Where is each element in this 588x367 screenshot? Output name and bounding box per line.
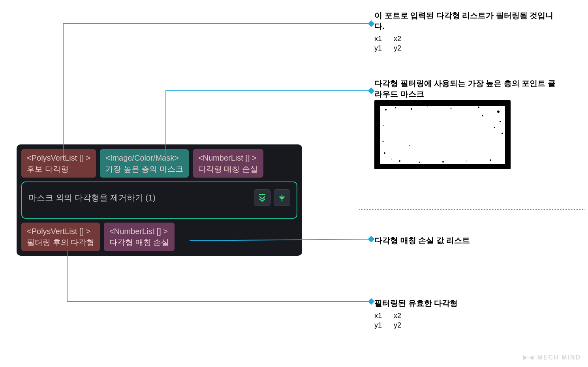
port-label: 다각형 매칭 손실 <box>198 163 258 174</box>
output-port-filtered[interactable]: <PolysVertList [] > 필터링 후의 다각형 <box>21 223 100 251</box>
chevron-down-double-icon <box>258 193 267 202</box>
watermark: MECH MIND <box>522 354 581 361</box>
sub-y1: y1 <box>374 320 382 330</box>
annotation-output-loss: 다각형 매칭 손실 값 리스트 <box>374 235 560 246</box>
svg-point-22 <box>494 127 495 128</box>
annotation-title: 다각형 필터링에 사용되는 가장 높은 층의 포인트 클라우드 마스크 <box>374 78 560 99</box>
svg-point-17 <box>466 161 467 161</box>
port-type-label: <PolysVertList [] > <box>27 152 90 163</box>
port-label: 가장 높은 층의 마스크 <box>105 163 183 174</box>
svg-point-9 <box>500 121 501 122</box>
svg-point-16 <box>442 161 444 163</box>
port-label: 후보 다각형 <box>27 163 90 174</box>
annotation-input-polys: 이 포트로 입력된 다각형 리스트가 필터링될 것입니다. x1 x2 y1 y… <box>374 10 560 53</box>
port-type-label: <PolysVertList [] > <box>27 226 94 237</box>
svg-rect-0 <box>259 194 265 195</box>
annotation-input-mask: 다각형 필터링에 사용되는 가장 높은 층의 포인트 클라우드 마스크 <box>374 78 560 99</box>
svg-point-4 <box>411 108 412 110</box>
annotation-title: 필터링된 유효한 다각형 <box>374 298 560 309</box>
svg-point-2 <box>385 109 387 110</box>
svg-point-18 <box>490 159 491 161</box>
svg-point-10 <box>502 133 503 134</box>
port-type-label: <NumberList [] > <box>109 226 169 237</box>
annotation-marker <box>368 236 375 243</box>
divider-dotted <box>359 209 584 210</box>
node-title-block[interactable]: 마스크 외의 다각형을 제거하기 (1) <box>21 182 297 219</box>
input-port-loss[interactable]: <NumberList [] > 다각형 매칭 손실 <box>193 149 263 178</box>
svg-point-20 <box>409 145 410 146</box>
input-ports-row: <PolysVertList [] > 후보 다각형 <Image/Color/… <box>21 149 297 178</box>
node-title: 마스크 외의 다각형을 제거하기 (1) <box>28 192 156 203</box>
annotation-title: 다각형 매칭 손실 값 리스트 <box>374 235 560 246</box>
arrow-down-icon <box>278 194 286 202</box>
output-ports-row: <PolysVertList [] > 필터링 후의 다각형 <NumberLi… <box>21 223 297 251</box>
annotation-marker <box>368 88 375 94</box>
port-label: 다각형 매칭 손실 <box>109 237 169 248</box>
sub-y2: y2 <box>394 320 401 330</box>
port-type-label: <Image/Color/Mask> <box>105 152 183 163</box>
svg-point-3 <box>395 107 396 109</box>
node-actions <box>254 189 290 206</box>
annotation-marker <box>368 298 375 305</box>
arrow-down-button[interactable] <box>274 189 290 206</box>
annotation-marker <box>368 21 375 27</box>
annotation-sub: x1 x2 y1 y2 <box>374 34 560 53</box>
svg-point-21 <box>482 115 483 116</box>
mask-preview-image <box>374 100 511 169</box>
svg-point-7 <box>478 107 479 108</box>
svg-point-14 <box>399 160 400 162</box>
svg-point-5 <box>427 107 428 107</box>
annotation-output-filtered: 필터링된 유효한 다각형 x1 x2 y1 y2 <box>374 298 560 330</box>
annotation-title: 이 포트로 입력된 다각형 리스트가 필터링될 것입니다. <box>374 10 560 32</box>
watermark-text: MECH MIND <box>537 354 581 361</box>
logo-icon <box>522 354 534 361</box>
port-label: 필터링 후의 다각형 <box>27 237 94 248</box>
mask-noise-icon <box>380 106 505 164</box>
node-container: <PolysVertList [] > 후보 다각형 <Image/Color/… <box>17 144 302 256</box>
sub-x1: x1 <box>374 34 382 43</box>
sub-x2: x2 <box>394 311 401 320</box>
sub-x1: x1 <box>374 311 382 320</box>
port-type-label: <NumberList [] > <box>198 152 258 163</box>
input-port-polys[interactable]: <PolysVertList [] > 후보 다각형 <box>21 149 96 178</box>
svg-point-11 <box>383 125 384 126</box>
svg-point-6 <box>451 108 452 109</box>
svg-point-19 <box>391 159 392 159</box>
output-port-loss[interactable]: <NumberList [] > 다각형 매칭 손실 <box>104 223 175 251</box>
sub-y1: y1 <box>374 43 382 53</box>
svg-point-12 <box>383 141 384 142</box>
input-port-mask[interactable]: <Image/Color/Mask> 가장 높은 층의 마스크 <box>100 149 189 178</box>
svg-point-15 <box>419 162 420 163</box>
sub-x2: x2 <box>394 34 401 43</box>
annotation-sub: x1 x2 y1 y2 <box>374 311 560 330</box>
svg-point-8 <box>497 110 500 113</box>
svg-point-13 <box>384 152 385 154</box>
sub-y2: y2 <box>394 43 401 53</box>
expand-button[interactable] <box>254 189 271 206</box>
svg-point-1 <box>282 200 283 202</box>
